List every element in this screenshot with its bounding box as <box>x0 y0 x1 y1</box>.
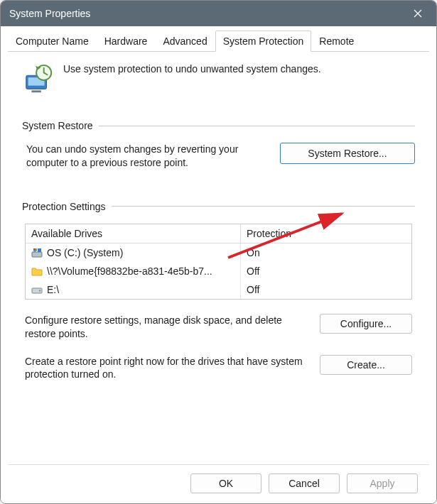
table-row[interactable]: OS (C:) (System) On <box>26 243 411 262</box>
divider <box>112 206 415 207</box>
close-icon <box>414 9 422 18</box>
create-text: Create a restore point right now for the… <box>25 355 307 382</box>
svg-rect-13 <box>36 251 37 252</box>
drive-name: E:\ <box>47 284 59 295</box>
svg-rect-11 <box>36 248 37 250</box>
create-row: Create a restore point right now for the… <box>25 355 412 382</box>
tab-advanced[interactable]: Advanced <box>155 31 215 52</box>
system-properties-window: System Properties Computer Name Hardware… <box>0 0 437 504</box>
divider <box>99 126 415 126</box>
group-title-protection-settings: Protection Settings <box>22 201 106 212</box>
cancel-button[interactable]: Cancel <box>269 473 340 493</box>
os-drive-icon <box>31 247 43 258</box>
intro-text: Use system protection to undo unwanted s… <box>63 63 321 75</box>
svg-rect-9 <box>38 248 41 252</box>
protection-status: Off <box>240 280 411 299</box>
configure-text: Configure restore settings, manage disk … <box>25 314 307 341</box>
tabstrip: Computer Name Hardware Advanced System P… <box>8 31 429 52</box>
apply-button[interactable]: Apply <box>347 473 418 493</box>
configure-button[interactable]: Configure... <box>320 314 412 334</box>
table-row[interactable]: E:\ Off <box>26 280 411 299</box>
drive-icon <box>31 284 43 295</box>
system-protection-icon <box>22 63 55 96</box>
group-title-system-restore: System Restore <box>22 120 93 131</box>
tab-hardware[interactable]: Hardware <box>97 31 156 52</box>
titlebar[interactable]: System Properties <box>1 1 436 26</box>
drives-table: Available Drives Protection OS (C:) (Sys… <box>25 224 412 300</box>
configure-row: Configure restore settings, manage disk … <box>25 314 412 341</box>
client-area: Computer Name Hardware Advanced System P… <box>1 26 436 503</box>
ok-button[interactable]: OK <box>190 473 261 493</box>
protection-status: On <box>240 243 411 262</box>
column-header-drives[interactable]: Available Drives <box>26 224 240 243</box>
group-protection-settings: Protection Settings Available Drives Pro… <box>22 201 415 382</box>
folder-icon <box>31 265 43 277</box>
system-restore-description: You can undo system changes by reverting… <box>26 143 267 170</box>
svg-rect-10 <box>33 248 35 250</box>
tab-content: Use system protection to undo unwanted s… <box>8 52 429 464</box>
protection-status: Off <box>240 262 411 280</box>
close-button[interactable] <box>402 2 433 25</box>
svg-rect-7 <box>32 252 42 257</box>
table-row[interactable]: \\?\Volume{f98832be-a831-4e5b-b7... Off <box>26 262 411 280</box>
tab-system-protection[interactable]: System Protection <box>215 31 312 52</box>
drive-name: \\?\Volume{f98832be-a831-4e5b-b7... <box>47 265 212 277</box>
intro-row: Use system protection to undo unwanted s… <box>22 63 415 96</box>
window-title: System Properties <box>9 8 402 19</box>
dialog-footer: OK Cancel Apply <box>8 464 429 503</box>
svg-rect-2 <box>31 90 41 92</box>
group-system-restore: System Restore You can undo system chang… <box>22 120 415 170</box>
column-header-protection[interactable]: Protection <box>240 224 411 243</box>
create-button[interactable]: Create... <box>320 355 412 375</box>
system-restore-button[interactable]: System Restore... <box>280 143 415 164</box>
drive-name: OS (C:) (System) <box>47 247 123 258</box>
svg-rect-12 <box>33 251 35 252</box>
tab-remote[interactable]: Remote <box>311 31 362 52</box>
svg-point-15 <box>39 290 41 291</box>
tab-computer-name[interactable]: Computer Name <box>8 31 97 52</box>
table-header: Available Drives Protection <box>26 224 411 243</box>
